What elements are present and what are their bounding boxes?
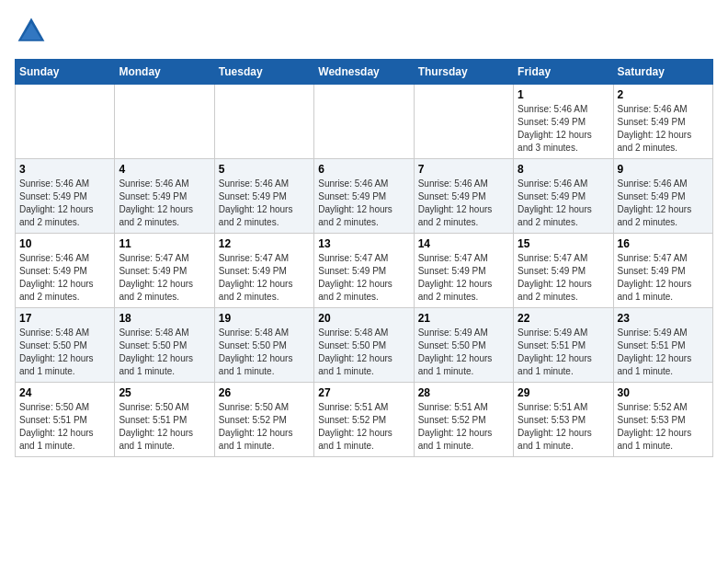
calendar-cell: 3Sunrise: 5:46 AM Sunset: 5:49 PM Daylig… — [16, 159, 115, 234]
calendar-cell: 18Sunrise: 5:48 AM Sunset: 5:50 PM Dayli… — [115, 308, 214, 383]
weekday-header-tuesday: Tuesday — [214, 60, 313, 85]
weekday-header-friday: Friday — [514, 60, 613, 85]
day-detail: Sunrise: 5:47 AM Sunset: 5:49 PM Dayligh… — [119, 252, 210, 304]
day-detail: Sunrise: 5:46 AM Sunset: 5:49 PM Dayligh… — [318, 178, 409, 229]
day-detail: Sunrise: 5:50 AM Sunset: 5:52 PM Dayligh… — [219, 401, 310, 453]
day-detail: Sunrise: 5:48 AM Sunset: 5:50 PM Dayligh… — [318, 327, 409, 378]
calendar-cell: 16Sunrise: 5:47 AM Sunset: 5:49 PM Dayli… — [613, 234, 712, 308]
calendar-cell: 10Sunrise: 5:46 AM Sunset: 5:49 PM Dayli… — [16, 234, 115, 308]
day-detail: Sunrise: 5:46 AM Sunset: 5:49 PM Dayligh… — [518, 103, 609, 155]
day-number: 21 — [418, 312, 509, 325]
calendar-cell: 8Sunrise: 5:46 AM Sunset: 5:49 PM Daylig… — [514, 159, 613, 234]
calendar-cell: 24Sunrise: 5:50 AM Sunset: 5:51 PM Dayli… — [16, 383, 115, 457]
day-detail: Sunrise: 5:47 AM Sunset: 5:49 PM Dayligh… — [418, 252, 509, 304]
day-number: 28 — [418, 386, 509, 399]
day-detail: Sunrise: 5:52 AM Sunset: 5:53 PM Dayligh… — [618, 401, 709, 453]
page-header — [15, 15, 713, 48]
day-detail: Sunrise: 5:47 AM Sunset: 5:49 PM Dayligh… — [318, 252, 409, 304]
calendar-cell: 17Sunrise: 5:48 AM Sunset: 5:50 PM Dayli… — [16, 308, 115, 383]
day-number: 10 — [19, 237, 110, 250]
calendar-cell — [214, 85, 313, 159]
day-detail: Sunrise: 5:47 AM Sunset: 5:49 PM Dayligh… — [618, 252, 709, 304]
day-number: 30 — [618, 386, 709, 399]
calendar-cell: 5Sunrise: 5:46 AM Sunset: 5:49 PM Daylig… — [214, 159, 313, 234]
day-detail: Sunrise: 5:47 AM Sunset: 5:49 PM Dayligh… — [219, 252, 310, 304]
day-detail: Sunrise: 5:47 AM Sunset: 5:49 PM Dayligh… — [518, 252, 609, 304]
day-detail: Sunrise: 5:51 AM Sunset: 5:52 PM Dayligh… — [418, 401, 509, 453]
day-number: 2 — [618, 88, 709, 101]
calendar-cell: 15Sunrise: 5:47 AM Sunset: 5:49 PM Dayli… — [514, 234, 613, 308]
day-number: 11 — [119, 237, 210, 250]
day-number: 20 — [318, 312, 409, 325]
day-number: 1 — [518, 88, 609, 101]
weekday-header-thursday: Thursday — [414, 60, 513, 85]
calendar-cell — [16, 85, 115, 159]
calendar: SundayMondayTuesdayWednesdayThursdayFrid… — [15, 59, 713, 457]
day-detail: Sunrise: 5:46 AM Sunset: 5:49 PM Dayligh… — [418, 178, 509, 229]
calendar-cell: 21Sunrise: 5:49 AM Sunset: 5:50 PM Dayli… — [414, 308, 513, 383]
calendar-cell: 23Sunrise: 5:49 AM Sunset: 5:51 PM Dayli… — [613, 308, 712, 383]
day-detail: Sunrise: 5:46 AM Sunset: 5:49 PM Dayligh… — [219, 178, 310, 229]
calendar-cell: 6Sunrise: 5:46 AM Sunset: 5:49 PM Daylig… — [314, 159, 414, 234]
day-number: 12 — [219, 237, 310, 250]
day-number: 29 — [518, 386, 609, 399]
day-detail: Sunrise: 5:46 AM Sunset: 5:49 PM Dayligh… — [518, 178, 609, 229]
day-detail: Sunrise: 5:48 AM Sunset: 5:50 PM Dayligh… — [19, 327, 110, 378]
calendar-cell: 4Sunrise: 5:46 AM Sunset: 5:49 PM Daylig… — [115, 159, 214, 234]
day-number: 24 — [19, 386, 110, 399]
week-row-1: 3Sunrise: 5:46 AM Sunset: 5:49 PM Daylig… — [16, 159, 713, 234]
day-number: 13 — [318, 237, 409, 250]
day-detail: Sunrise: 5:51 AM Sunset: 5:53 PM Dayligh… — [518, 401, 609, 453]
day-detail: Sunrise: 5:46 AM Sunset: 5:49 PM Dayligh… — [119, 178, 210, 229]
day-number: 5 — [219, 163, 310, 176]
day-number: 19 — [219, 312, 310, 325]
day-detail: Sunrise: 5:48 AM Sunset: 5:50 PM Dayligh… — [119, 327, 210, 378]
calendar-cell: 30Sunrise: 5:52 AM Sunset: 5:53 PM Dayli… — [613, 383, 712, 457]
day-detail: Sunrise: 5:50 AM Sunset: 5:51 PM Dayligh… — [119, 401, 210, 453]
weekday-header-sunday: Sunday — [16, 60, 115, 85]
day-number: 25 — [119, 386, 210, 399]
day-detail: Sunrise: 5:46 AM Sunset: 5:49 PM Dayligh… — [19, 178, 110, 229]
week-row-3: 17Sunrise: 5:48 AM Sunset: 5:50 PM Dayli… — [16, 308, 713, 383]
day-number: 15 — [518, 237, 609, 250]
day-detail: Sunrise: 5:48 AM Sunset: 5:50 PM Dayligh… — [219, 327, 310, 378]
day-number: 17 — [19, 312, 110, 325]
day-number: 26 — [219, 386, 310, 399]
weekday-header-saturday: Saturday — [613, 60, 712, 85]
day-detail: Sunrise: 5:50 AM Sunset: 5:51 PM Dayligh… — [19, 401, 110, 453]
weekday-header-row: SundayMondayTuesdayWednesdayThursdayFrid… — [16, 60, 713, 85]
weekday-header-wednesday: Wednesday — [314, 60, 414, 85]
day-detail: Sunrise: 5:46 AM Sunset: 5:49 PM Dayligh… — [19, 252, 110, 304]
calendar-cell: 2Sunrise: 5:46 AM Sunset: 5:49 PM Daylig… — [613, 85, 712, 159]
calendar-cell: 13Sunrise: 5:47 AM Sunset: 5:49 PM Dayli… — [314, 234, 414, 308]
calendar-cell: 12Sunrise: 5:47 AM Sunset: 5:49 PM Dayli… — [214, 234, 313, 308]
day-number: 16 — [618, 237, 709, 250]
day-number: 3 — [19, 163, 110, 176]
logo-icon — [15, 15, 48, 48]
calendar-cell: 28Sunrise: 5:51 AM Sunset: 5:52 PM Dayli… — [414, 383, 513, 457]
calendar-cell: 27Sunrise: 5:51 AM Sunset: 5:52 PM Dayli… — [314, 383, 414, 457]
day-detail: Sunrise: 5:49 AM Sunset: 5:50 PM Dayligh… — [418, 327, 509, 378]
day-number: 6 — [318, 163, 409, 176]
day-number: 27 — [318, 386, 409, 399]
day-number: 23 — [618, 312, 709, 325]
day-detail: Sunrise: 5:49 AM Sunset: 5:51 PM Dayligh… — [618, 327, 709, 378]
day-number: 14 — [418, 237, 509, 250]
calendar-cell: 25Sunrise: 5:50 AM Sunset: 5:51 PM Dayli… — [115, 383, 214, 457]
calendar-cell: 7Sunrise: 5:46 AM Sunset: 5:49 PM Daylig… — [414, 159, 513, 234]
week-row-2: 10Sunrise: 5:46 AM Sunset: 5:49 PM Dayli… — [16, 234, 713, 308]
calendar-cell — [314, 85, 414, 159]
day-number: 4 — [119, 163, 210, 176]
calendar-cell: 29Sunrise: 5:51 AM Sunset: 5:53 PM Dayli… — [514, 383, 613, 457]
calendar-cell: 9Sunrise: 5:46 AM Sunset: 5:49 PM Daylig… — [613, 159, 712, 234]
week-row-0: 1Sunrise: 5:46 AM Sunset: 5:49 PM Daylig… — [16, 85, 713, 159]
calendar-cell: 19Sunrise: 5:48 AM Sunset: 5:50 PM Dayli… — [214, 308, 313, 383]
day-detail: Sunrise: 5:49 AM Sunset: 5:51 PM Dayligh… — [518, 327, 609, 378]
calendar-cell: 1Sunrise: 5:46 AM Sunset: 5:49 PM Daylig… — [514, 85, 613, 159]
day-number: 22 — [518, 312, 609, 325]
day-number: 18 — [119, 312, 210, 325]
calendar-cell: 22Sunrise: 5:49 AM Sunset: 5:51 PM Dayli… — [514, 308, 613, 383]
day-number: 9 — [618, 163, 709, 176]
calendar-cell: 14Sunrise: 5:47 AM Sunset: 5:49 PM Dayli… — [414, 234, 513, 308]
day-detail: Sunrise: 5:46 AM Sunset: 5:49 PM Dayligh… — [618, 103, 709, 155]
